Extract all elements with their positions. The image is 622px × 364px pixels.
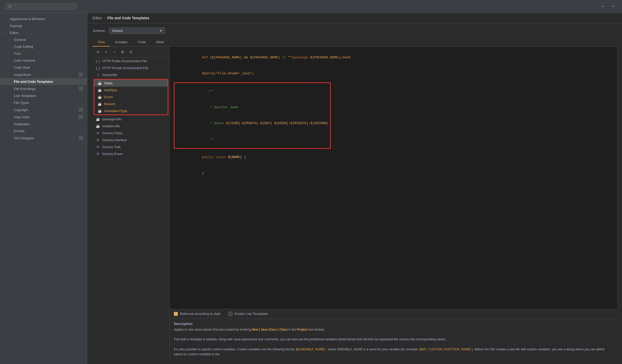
- scheme-select[interactable]: Default ▾: [109, 28, 165, 34]
- add-template-button[interactable]: +: [95, 49, 101, 55]
- sidebar-item-live-templates[interactable]: Live Templates: [0, 92, 87, 99]
- live-templates-checkbox[interactable]: [228, 312, 232, 316]
- tab-includes[interactable]: Includes: [110, 38, 132, 47]
- code-token: * @author: [208, 105, 228, 109]
- list-item[interactable]: ⚙ Groovy Interface: [93, 136, 169, 143]
- code-editor[interactable]: #if (${PACKAGE_NAME} && ${PACKAGE_NAME} …: [170, 47, 617, 309]
- code-token: #parse("File_Header.java"): [202, 71, 254, 75]
- breadcrumb-separator: ›: [104, 16, 105, 20]
- code-line: * @author leon: [176, 99, 328, 115]
- sidebar-item-label: File Types: [14, 101, 29, 105]
- desc-text7: is a name for your variable (for example…: [363, 348, 419, 351]
- back-button[interactable]: ←: [599, 3, 607, 10]
- desc-text4: This built-in template is editable. Alon…: [174, 338, 446, 341]
- reformat-checkbox[interactable]: ✓: [174, 312, 178, 316]
- file-item-label: package-info: [102, 117, 121, 121]
- file-item-label: module-info: [102, 124, 120, 128]
- description-area: Description: Applies to new Java classes…: [170, 318, 617, 360]
- scheme-row: Scheme: Default ▾: [93, 28, 617, 34]
- editor-panel: #if (${PACKAGE_NAME} && ${PACKAGE_NAME} …: [170, 47, 617, 360]
- sidebar-item-file-types[interactable]: File Types: [0, 99, 87, 106]
- list-item[interactable]: ☕ package-info: [93, 116, 169, 123]
- list-item[interactable]: ☕ Interface: [94, 87, 168, 94]
- chevron-icon: [5, 31, 8, 34]
- desc-text1: Applies to new Java classes that are cre…: [174, 328, 251, 331]
- code-token: */: [208, 138, 214, 141]
- scheme-label: Scheme:: [93, 29, 106, 33]
- list-item[interactable]: ✳ Dockerfile: [93, 71, 169, 78]
- code-token: ${NAME}: [228, 155, 242, 159]
- highlighted-code-block: /** * @author leon * @date ${YEAR}-${MON…: [174, 82, 331, 149]
- tab-files[interactable]: Files: [93, 38, 110, 47]
- sidebar-item-file-encodings[interactable]: File Encodings +: [0, 85, 87, 92]
- sidebar-item-font[interactable]: Font: [0, 50, 87, 57]
- desc-code3: ${MY_CUSTOM_FUNCTION_NAME}: [419, 348, 471, 351]
- sidebar-item-editor[interactable]: Editor: [0, 29, 87, 36]
- list-item[interactable]: ⚙ Groovy Enum: [93, 150, 169, 157]
- list-item[interactable]: ☕ AnnotationType: [94, 107, 168, 114]
- list-item[interactable]: ⚙ Groovy Trait: [93, 143, 169, 150]
- sidebar-item-emmet[interactable]: Emmet: [0, 128, 87, 134]
- list-item[interactable]: ☕ Record: [94, 101, 168, 107]
- list-item[interactable]: ☕ Enum: [94, 94, 168, 101]
- sidebar-item-appearance[interactable]: Appearance & Behavior: [0, 15, 87, 22]
- code-token: * @date: [208, 121, 224, 125]
- java-icon: ☕: [96, 117, 100, 121]
- copy-template-button[interactable]: +: [103, 49, 109, 55]
- chevron-icon: [5, 17, 8, 20]
- live-templates-label: Enable Live Templates: [234, 312, 268, 316]
- sidebar-item-code-editing[interactable]: Code Editing: [0, 43, 87, 50]
- breadcrumb: Editor › File and Code Templates: [87, 13, 622, 23]
- search-box[interactable]: [5, 3, 77, 10]
- sidebar-item-label: Copyright: [14, 108, 28, 112]
- forward-button[interactable]: →: [609, 3, 617, 10]
- code-line: /**: [176, 84, 328, 99]
- duplicate-button[interactable]: ⧉: [119, 49, 126, 55]
- sidebar-item-copyright[interactable]: Copyright +: [0, 106, 87, 113]
- top-bar-left: [5, 3, 77, 10]
- code-line: #if (${PACKAGE_NAME} && ${PACKAGE_NAME} …: [174, 50, 613, 66]
- chevron-icon: [9, 59, 12, 62]
- list-item[interactable]: {..} HTTP Public Environment File: [93, 58, 169, 65]
- list-item[interactable]: ☕ Class: [94, 80, 168, 87]
- tab-other[interactable]: Other: [151, 38, 170, 47]
- list-item[interactable]: {..} HTTP Private Environment File: [93, 65, 169, 71]
- reset-button[interactable]: ↺: [127, 49, 134, 55]
- file-item-label: Class: [104, 81, 113, 85]
- sidebar-item-label: GUI Designer: [14, 136, 34, 140]
- sidebar-item-duplicates[interactable]: Duplicates: [0, 121, 87, 128]
- copyright-badge: +: [79, 108, 83, 112]
- file-item-label: Dockerfile: [102, 73, 117, 77]
- sidebar-item-keymap[interactable]: Keymap: [0, 22, 87, 29]
- sidebar-item-inlay-hints[interactable]: Inlay Hints +: [0, 113, 87, 121]
- sidebar-item-inspections[interactable]: Inspections +: [0, 71, 87, 78]
- two-col-layout: + + − ⧉ ↺ {..} HTTP Public Environment F…: [93, 47, 617, 360]
- list-item[interactable]: ⚙ Groovy Class: [93, 130, 169, 136]
- brace-icon: {..}: [96, 66, 100, 70]
- code-token: {: [242, 155, 246, 159]
- desc-code1: ${VARIABLE_NAME}: [296, 348, 325, 351]
- settings-panel: Scheme: Default ▾ Files Includes Code Ot…: [87, 23, 622, 364]
- sidebar-item-general[interactable]: General: [0, 36, 87, 43]
- groovy-icon: ⚙: [96, 145, 100, 149]
- sidebar-item-gui-designer[interactable]: GUI Designer +: [0, 134, 87, 142]
- list-item[interactable]: ☕ module-info: [93, 123, 169, 130]
- sidebar-item-file-code-templates[interactable]: File and Code Templates: [0, 78, 87, 85]
- options-bar: ✓ Reformat according to style Enable Liv…: [170, 309, 617, 318]
- nav-arrows: ← →: [599, 3, 617, 10]
- chevron-icon: [9, 38, 12, 41]
- remove-template-button[interactable]: −: [111, 49, 118, 55]
- scheme-value: Default: [112, 29, 123, 33]
- file-item-label: Interface: [104, 88, 117, 92]
- desc-text2: in the: [288, 328, 296, 331]
- code-line: }: [174, 166, 613, 181]
- sidebar-item-code-style[interactable]: Code Style: [0, 64, 87, 71]
- groovy-icon: ⚙: [96, 152, 100, 156]
- java-icon: ☕: [97, 81, 102, 85]
- sidebar-item-label: Code Editing: [14, 45, 33, 49]
- sidebar-item-color-scheme[interactable]: Color Scheme: [0, 57, 87, 64]
- desc-text5: It is also possible to specify custom va…: [174, 348, 295, 351]
- code-line: * @date ${YEAR}-${MONTH}-${DAY} ${HOUR}:…: [176, 116, 328, 132]
- file-item-label: Enum: [104, 95, 113, 99]
- tab-code[interactable]: Code: [133, 38, 151, 47]
